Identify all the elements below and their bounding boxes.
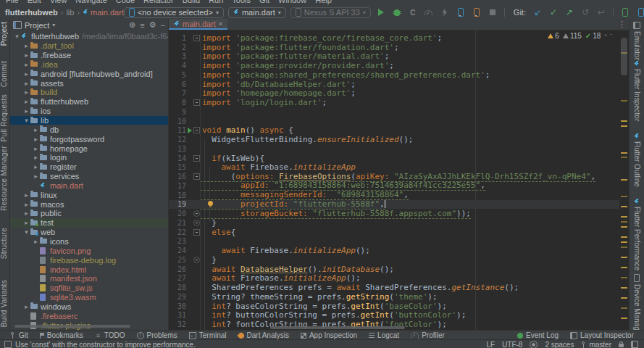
close-icon[interactable]: × bbox=[219, 20, 222, 28]
run-button[interactable] bbox=[375, 7, 387, 18]
code-line-16[interactable]: 16 (options: FirebaseOptions(apiKey: "AI… bbox=[169, 172, 619, 181]
menu-item-run[interactable]: Run bbox=[209, 0, 223, 4]
chevron-collapsed-icon[interactable]: ▸ bbox=[32, 173, 40, 180]
device-manager-button[interactable] bbox=[619, 7, 631, 18]
stripe-mark[interactable] bbox=[621, 297, 627, 299]
pair-devices-button[interactable] bbox=[635, 7, 644, 18]
tree-item-index-html[interactable]: index.html bbox=[10, 265, 168, 274]
code-line-3[interactable]: 3import 'package:flutter/material.dart'; bbox=[169, 52, 619, 62]
fold-marker-icon[interactable] bbox=[193, 173, 200, 180]
toolwindow-button-event-log[interactable]: Event Log bbox=[517, 331, 559, 339]
tree-item-main-dart[interactable]: main.dart bbox=[10, 181, 168, 191]
tree-item-test[interactable]: ▸test bbox=[10, 218, 168, 228]
sidebar-item-pull-requests[interactable]: Pull Requests bbox=[0, 94, 9, 142]
breadcrumb-item-lib[interactable]: lib bbox=[66, 8, 74, 17]
panel-settings-button[interactable]: ⚙ bbox=[149, 20, 156, 30]
stripe-mark[interactable] bbox=[621, 287, 627, 289]
code-line-28[interactable]: 28 SharedPreferences prefs = await Share… bbox=[169, 283, 619, 292]
toolwindow-button-todo[interactable]: ≡TODO bbox=[95, 331, 125, 339]
chevron-collapsed-icon[interactable]: ▸ bbox=[22, 70, 30, 78]
tree-item-windows[interactable]: ▸windows bbox=[10, 302, 168, 311]
profile-cpp-button[interactable]: C bbox=[407, 7, 419, 18]
tree-item-favicon-png[interactable]: favicon.png bbox=[10, 246, 168, 255]
hide-panel-button[interactable]: − bbox=[161, 21, 165, 30]
stripe-mark[interactable] bbox=[621, 152, 627, 154]
fold-marker-icon[interactable] bbox=[193, 35, 200, 41]
stripe-mark[interactable] bbox=[621, 307, 627, 309]
code-line-23[interactable]: 23 bbox=[169, 237, 619, 246]
tree-item-manifest-json[interactable]: manifest.json bbox=[10, 274, 168, 283]
code-line-13[interactable]: 13 bbox=[169, 144, 619, 154]
sidebar-item-commit[interactable]: Commit bbox=[0, 61, 9, 87]
toolwindow-button-layout-inspector[interactable]: Layout Inspector bbox=[570, 331, 634, 339]
breadcrumb-item-main-dart[interactable]: main.dart bbox=[83, 8, 124, 17]
code-line-8[interactable]: 8import 'login/login.dart'; bbox=[169, 98, 619, 107]
stop-button[interactable] bbox=[487, 7, 498, 18]
code-line-22[interactable]: 22 else{ bbox=[169, 228, 619, 237]
git-rollback-button[interactable]: ↩ bbox=[595, 7, 607, 18]
breadcrumb-item-flutterhubweb[interactable]: flutterhubweb bbox=[5, 8, 58, 17]
sidebar-item-build-variants[interactable]: Build Variants bbox=[0, 280, 9, 327]
status-lf[interactable]: LF bbox=[486, 341, 495, 348]
tree-item-linux[interactable]: ▸linux bbox=[10, 190, 168, 199]
chevron-collapsed-icon[interactable]: ▸ bbox=[22, 303, 30, 310]
git-commit-button[interactable]: ✓ bbox=[548, 7, 559, 18]
tree-item-flutterhubweb[interactable]: ▸flutterhubweb bbox=[10, 97, 168, 107]
menu-item-refactor[interactable]: Refactor bbox=[143, 0, 174, 4]
chevron-collapsed-icon[interactable]: ▸ bbox=[22, 210, 30, 217]
code-line-15[interactable]: 15 await Firebase.initializeApp bbox=[169, 163, 619, 173]
tree-item-public[interactable]: ▸public bbox=[10, 209, 168, 218]
sidebar-item-flutter-performance[interactable]: Flutter Performance bbox=[632, 199, 642, 270]
chevron-collapsed-icon[interactable]: ▸ bbox=[32, 154, 40, 161]
chevron-collapsed-icon[interactable]: ▸ bbox=[22, 201, 30, 208]
code-line-4[interactable]: 4import 'package:provider/provider.dart'… bbox=[169, 61, 619, 70]
menu-item-navigate[interactable]: Navigate bbox=[75, 0, 106, 4]
code-line-2[interactable]: 2import 'package:flutter/foundation.dart… bbox=[169, 43, 619, 52]
run-on-device-button[interactable] bbox=[455, 7, 467, 18]
tree-item-register[interactable]: ▸register bbox=[10, 162, 168, 172]
tree-item-android-flutterhubweb-android[interactable]: ▸android [flutterhubweb_android] bbox=[10, 69, 168, 78]
tree-item-idea[interactable]: ▸.idea bbox=[10, 60, 168, 70]
code-line-9[interactable]: 9 bbox=[169, 107, 619, 117]
code-line-7[interactable]: 7import 'homepage/homepage.dart'; bbox=[169, 89, 619, 99]
code-line-31[interactable]: 31 int? buttonColorString = prefs.getInt… bbox=[169, 311, 619, 320]
chevron-expanded-icon[interactable]: ▾ bbox=[22, 117, 30, 124]
status-2-spaces[interactable]: 2 spaces bbox=[545, 341, 574, 348]
code-line-6[interactable]: 6import 'db/DatabaseHelper.dart'; bbox=[169, 80, 619, 89]
sidebar-item-structure[interactable]: Structure bbox=[0, 228, 9, 259]
menu-item-view[interactable]: View bbox=[50, 0, 67, 4]
intention-bulb-icon[interactable] bbox=[208, 201, 213, 206]
sidebar-item-flutter-outline[interactable]: Flutter Outline bbox=[632, 133, 642, 187]
toolwindow-button-git[interactable]: Git bbox=[10, 331, 28, 339]
code-line-24[interactable]: 24 await Firebase.initializeApp(); bbox=[169, 246, 619, 255]
stripe-mark[interactable] bbox=[621, 196, 627, 197]
inspections-widget[interactable]: 6 115 ✓18 ^ ˇ bbox=[548, 32, 613, 40]
sidebar-item-flutter-inspector[interactable]: Flutter Inspector bbox=[632, 61, 642, 121]
code-line-27[interactable]: 27 await Firebase.initializeApp(); bbox=[169, 274, 619, 283]
chevron-collapsed-icon[interactable]: ▸ bbox=[22, 42, 30, 49]
toolwindow-button-terminal[interactable]: Terminal bbox=[189, 331, 227, 339]
tree-item-build[interactable]: ▸build bbox=[10, 88, 168, 97]
code-line-25[interactable]: 25 } bbox=[169, 255, 619, 265]
tree-item-services[interactable]: ▸services bbox=[10, 172, 168, 181]
chevron-collapsed-icon[interactable]: ▸ bbox=[22, 61, 30, 68]
fold-marker-icon[interactable] bbox=[193, 99, 200, 106]
tree-item-firebase[interactable]: ▸.firebase bbox=[10, 51, 168, 60]
code-line-21[interactable]: 21 } bbox=[169, 218, 619, 228]
stripe-mark[interactable] bbox=[621, 241, 627, 243]
code-line-18[interactable]: 18 messagingSenderId: "689843158864", bbox=[169, 191, 619, 200]
chevron-collapsed-icon[interactable]: ▸ bbox=[32, 238, 40, 245]
menu-item-file[interactable]: File bbox=[6, 0, 19, 4]
chevron-collapsed-icon[interactable]: ▸ bbox=[22, 98, 30, 105]
tree-item-sqflite-sw-js[interactable]: sqflite_sw.js bbox=[10, 283, 168, 293]
stripe-mark[interactable] bbox=[621, 157, 627, 158]
editor-vertical-scrollbar[interactable] bbox=[621, 38, 627, 75]
tree-item-firebase-debug-log[interactable]: firebase-debug.log bbox=[10, 255, 168, 265]
profiler-button[interactable] bbox=[423, 7, 435, 18]
chevron-collapsed-icon[interactable]: ▸ bbox=[22, 107, 30, 115]
code-line-14[interactable]: 14 if(kIsWeb){ bbox=[169, 154, 619, 163]
tree-item-macos[interactable]: ▸macos bbox=[10, 199, 168, 209]
code-line-19[interactable]: 19 projectId: "flutterhub-5588f", bbox=[169, 200, 619, 210]
stripe-mark[interactable] bbox=[621, 100, 627, 102]
tree-item-dart-tool[interactable]: ▸.dart_tool bbox=[10, 41, 168, 51]
